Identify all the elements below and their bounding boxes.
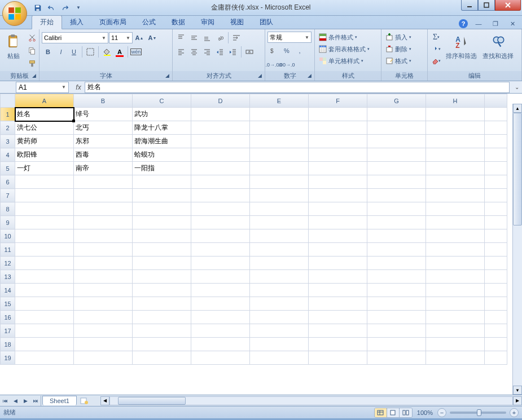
- cell-E11[interactable]: [250, 243, 309, 257]
- cell-F8[interactable]: [309, 202, 367, 216]
- cell-next-11[interactable]: [485, 243, 507, 257]
- cell-A1[interactable]: 姓名: [15, 108, 74, 121]
- minimize-button[interactable]: [461, 0, 478, 11]
- scroll-down-button[interactable]: ▼: [513, 386, 522, 395]
- borders-button[interactable]: [84, 46, 96, 58]
- cell-C17[interactable]: [133, 324, 191, 338]
- cell-B13[interactable]: [74, 270, 133, 284]
- cell-D4[interactable]: [191, 148, 250, 162]
- tab-review[interactable]: 审阅: [193, 16, 222, 29]
- cell-H7[interactable]: [426, 189, 485, 202]
- decrease-decimal-button[interactable]: .00→.0: [280, 59, 293, 71]
- cell-A15[interactable]: [15, 297, 74, 311]
- cell-F15[interactable]: [309, 297, 367, 311]
- number-launcher[interactable]: ◢: [305, 72, 313, 79]
- cell-A8[interactable]: [15, 202, 74, 216]
- cell-next-8[interactable]: [485, 202, 507, 216]
- cell-F13[interactable]: [309, 270, 367, 284]
- cell-C2[interactable]: 降龙十八掌: [133, 121, 191, 135]
- cell-D15[interactable]: [191, 297, 250, 311]
- save-button[interactable]: [32, 2, 44, 14]
- row-header-17[interactable]: 17: [1, 324, 15, 338]
- underline-button[interactable]: U: [68, 46, 80, 58]
- cell-G14[interactable]: [367, 284, 426, 297]
- cell-F7[interactable]: [309, 189, 367, 202]
- row-header-18[interactable]: 18: [1, 338, 15, 351]
- row-header-13[interactable]: 13: [1, 270, 15, 284]
- qat-customize[interactable]: ▼: [72, 2, 85, 14]
- cell-B1[interactable]: 绰号: [74, 108, 133, 121]
- cell-D10[interactable]: [191, 229, 250, 243]
- tab-view[interactable]: 视图: [222, 16, 252, 29]
- autosum-button[interactable]: Σ▾: [430, 32, 442, 43]
- row-header-11[interactable]: 11: [1, 243, 15, 257]
- cell-C19[interactable]: [133, 351, 191, 365]
- new-sheet-button[interactable]: [79, 396, 89, 406]
- scroll-up-button[interactable]: ▲: [513, 104, 522, 113]
- cell-G16[interactable]: [367, 311, 426, 324]
- cell-E13[interactable]: [250, 270, 309, 284]
- bold-button[interactable]: B: [42, 46, 54, 58]
- cell-G18[interactable]: [367, 338, 426, 351]
- cell-E14[interactable]: [250, 284, 309, 297]
- cell-B18[interactable]: [74, 338, 133, 351]
- cell-D9[interactable]: [191, 216, 250, 229]
- cell-F1[interactable]: [309, 108, 367, 121]
- formula-input[interactable]: 姓名: [85, 82, 510, 93]
- minimize-doc-button[interactable]: —: [472, 17, 485, 30]
- cell-E18[interactable]: [250, 338, 309, 351]
- cell-next-16[interactable]: [485, 311, 507, 324]
- scroll-left-button[interactable]: ◀: [100, 396, 109, 405]
- cell-F2[interactable]: [309, 121, 367, 135]
- column-header-A[interactable]: A: [15, 94, 74, 108]
- row-header-1[interactable]: 1: [1, 108, 15, 121]
- cell-C4[interactable]: 蛤蟆功: [133, 148, 191, 162]
- cell-D11[interactable]: [191, 243, 250, 257]
- row-header-7[interactable]: 7: [1, 189, 15, 202]
- cell-H6[interactable]: [426, 175, 485, 189]
- cell-H12[interactable]: [426, 257, 485, 270]
- align-left-button[interactable]: [175, 46, 187, 58]
- zoom-handle[interactable]: [477, 409, 481, 416]
- cell-A12[interactable]: [15, 257, 74, 270]
- row-header-3[interactable]: 3: [1, 135, 15, 148]
- cell-F4[interactable]: [309, 148, 367, 162]
- normal-view-button[interactable]: [375, 408, 387, 417]
- row-header-10[interactable]: 10: [1, 229, 15, 243]
- cell-D17[interactable]: [191, 324, 250, 338]
- cell-A2[interactable]: 洪七公: [15, 121, 74, 135]
- increase-font-button[interactable]: A▲: [133, 32, 146, 44]
- clear-button[interactable]: ▾: [430, 55, 442, 67]
- row-header-9[interactable]: 9: [1, 216, 15, 229]
- cell-next-6[interactable]: [485, 175, 507, 189]
- paste-button[interactable]: 粘贴: [2, 32, 25, 61]
- cell-D3[interactable]: [191, 135, 250, 148]
- name-box[interactable]: A1▼: [16, 82, 69, 93]
- percent-format-button[interactable]: %: [280, 45, 293, 57]
- cell-C14[interactable]: [133, 284, 191, 297]
- cell-next-9[interactable]: [485, 216, 507, 229]
- decrease-indent-button[interactable]: [214, 46, 226, 58]
- cell-next-18[interactable]: [485, 338, 507, 351]
- wrap-text-button[interactable]: [230, 32, 243, 44]
- cell-G12[interactable]: [367, 257, 426, 270]
- cell-B10[interactable]: [74, 229, 133, 243]
- cell-next-7[interactable]: [485, 189, 507, 202]
- page-layout-view-button[interactable]: [387, 408, 400, 417]
- cell-B5[interactable]: 南帝: [74, 162, 133, 175]
- last-sheet-button[interactable]: ⏭: [30, 396, 41, 406]
- cell-B11[interactable]: [74, 243, 133, 257]
- fill-button[interactable]: ▾: [430, 43, 442, 55]
- cell-next-3[interactable]: [485, 135, 507, 148]
- conditional-formatting-button[interactable]: 条件格式▾: [317, 32, 371, 43]
- increase-indent-button[interactable]: [227, 46, 239, 58]
- align-right-button[interactable]: [201, 46, 213, 58]
- orientation-button[interactable]: ab: [214, 32, 226, 44]
- cell-H9[interactable]: [426, 216, 485, 229]
- column-header-G[interactable]: G: [367, 94, 426, 108]
- comma-format-button[interactable]: ,: [293, 45, 306, 57]
- cell-next-19[interactable]: [485, 351, 507, 365]
- cell-next-2[interactable]: [485, 121, 507, 135]
- cell-F19[interactable]: [309, 351, 367, 365]
- cell-A17[interactable]: [15, 324, 74, 338]
